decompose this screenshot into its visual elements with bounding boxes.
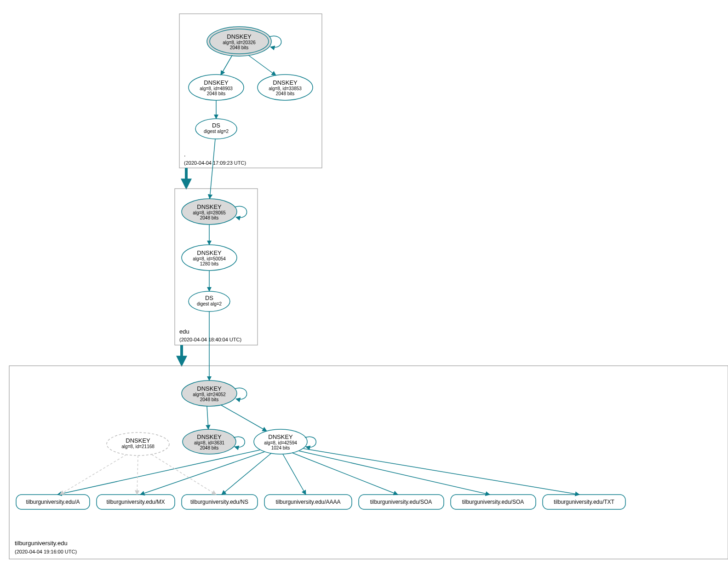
node-root-zsk2: DNSKEY alg=8, id=33853 2048 bits	[258, 75, 313, 100]
rr-ns: tilburguniversity.edu/NS	[182, 495, 258, 509]
edge	[248, 55, 276, 75]
edge	[140, 452, 264, 495]
svg-text:2048 bits: 2048 bits	[230, 45, 249, 50]
svg-text:DS: DS	[212, 122, 220, 129]
node-tu-zsk2: DNSKEY alg=8, id=42594 1024 bits	[254, 429, 316, 454]
svg-text:DNSKEY: DNSKEY	[197, 433, 222, 440]
dnssec-graph: . (2020-04-04 17:09:23 UTC) DNSKEY alg=8…	[5, 5, 728, 588]
svg-text:DNSKEY: DNSKEY	[227, 33, 252, 40]
svg-text:2048 bits: 2048 bits	[200, 397, 219, 402]
node-tu-zsk1: DNSKEY alg=8, id=3631 2048 bits	[183, 429, 245, 454]
rr-soa2: tilburguniversity.edu/SOA	[451, 495, 536, 509]
node-edu-ds: DS digest alg=2	[189, 291, 230, 311]
rr-row: tilburguniversity.edu/A tilburguniversit…	[16, 495, 625, 509]
svg-text:1024 bits: 1024 bits	[271, 445, 290, 450]
node-edu-zsk: DNSKEY alg=8, id=50054 1280 bits	[182, 245, 237, 271]
rr-a: tilburguniversity.edu/A	[16, 495, 90, 509]
rr-mx: tilburguniversity.edu/MX	[97, 495, 175, 509]
svg-text:DNSKEY: DNSKEY	[197, 203, 222, 210]
edge	[210, 139, 215, 199]
svg-rect-29	[9, 366, 728, 559]
svg-text:1280 bits: 1280 bits	[200, 261, 219, 266]
edge	[207, 406, 208, 429]
node-root-ksk: DNSKEY alg=8, id=20326 2048 bits	[207, 27, 281, 56]
svg-text:DNSKEY: DNSKEY	[197, 249, 222, 256]
svg-text:DNSKEY: DNSKEY	[197, 385, 222, 392]
svg-text:2048 bits: 2048 bits	[276, 91, 295, 96]
svg-text:DNSKEY: DNSKEY	[268, 433, 293, 440]
edge	[304, 449, 579, 495]
zone-tu-date: (2020-04-04 19:16:00 UTC)	[15, 549, 77, 554]
rr-soa1: tilburguniversity.edu/SOA	[359, 495, 444, 509]
svg-text:2048 bits: 2048 bits	[200, 445, 219, 450]
svg-text:alg=8, id=21168: alg=8, id=21168	[121, 444, 155, 449]
svg-text:alg=8, id=50054: alg=8, id=50054	[193, 256, 226, 261]
svg-text:digest alg=2: digest alg=2	[197, 301, 222, 306]
edge-dashed	[137, 455, 138, 495]
svg-text:tilburguniversity.edu/MX: tilburguniversity.edu/MX	[106, 499, 165, 505]
svg-text:DNSKEY: DNSKEY	[273, 79, 298, 86]
node-tu-old: DNSKEY alg=8, id=21168	[107, 432, 169, 455]
zone-root-date: (2020-04-04 17:09:23 UTC)	[184, 160, 246, 166]
zone-edu-date: (2020-04-04 18:40:04 UTC)	[179, 337, 241, 342]
node-root-zsk1: DNSKEY alg=8, id=48903 2048 bits	[189, 75, 244, 100]
edge-dashed	[152, 455, 216, 495]
edge	[221, 405, 267, 431]
node-tu-ksk: DNSKEY alg=8, id=24052 2048 bits	[182, 380, 247, 406]
svg-text:DNSKEY: DNSKEY	[126, 437, 150, 444]
svg-text:tilburguniversity.edu/AAAA: tilburguniversity.edu/AAAA	[275, 499, 340, 505]
zone-tu: tilburguniversity.edu (2020-04-04 19:16:…	[9, 311, 728, 559]
svg-text:alg=8, id=28065: alg=8, id=28065	[193, 210, 226, 215]
svg-text:alg=8, id=3631: alg=8, id=3631	[194, 440, 225, 445]
svg-text:tilburguniversity.edu/SOA: tilburguniversity.edu/SOA	[370, 499, 432, 505]
zone-tu-label: tilburguniversity.edu	[15, 540, 68, 547]
svg-text:alg=8, id=33853: alg=8, id=33853	[269, 86, 302, 91]
zone-root-label: .	[184, 151, 186, 158]
zone-root: . (2020-04-04 17:09:23 UTC) DNSKEY alg=8…	[179, 14, 322, 168]
edge	[222, 453, 271, 495]
edge	[221, 55, 232, 75]
svg-text:DNSKEY: DNSKEY	[204, 79, 229, 86]
svg-text:digest alg=2: digest alg=2	[204, 129, 229, 134]
svg-text:alg=8, id=20326: alg=8, id=20326	[223, 40, 256, 45]
svg-text:alg=8, id=24052: alg=8, id=24052	[193, 392, 226, 397]
node-edu-ksk: DNSKEY alg=8, id=28065 2048 bits	[182, 199, 247, 225]
rr-txt: tilburguniversity.edu/TXT	[543, 495, 625, 509]
rr-aaaa: tilburguniversity.edu/AAAA	[264, 495, 352, 509]
node-root-ds: DS digest alg=2	[195, 119, 237, 139]
svg-text:2048 bits: 2048 bits	[200, 215, 219, 220]
svg-text:tilburguniversity.edu/TXT: tilburguniversity.edu/TXT	[554, 499, 615, 505]
svg-text:alg=8, id=42594: alg=8, id=42594	[264, 440, 297, 445]
svg-text:2048 bits: 2048 bits	[207, 91, 226, 96]
svg-text:tilburguniversity.edu/NS: tilburguniversity.edu/NS	[190, 499, 248, 505]
svg-text:tilburguniversity.edu/SOA: tilburguniversity.edu/SOA	[462, 499, 524, 505]
svg-text:DS: DS	[205, 294, 213, 301]
edge	[283, 454, 306, 495]
edge	[299, 451, 490, 495]
edge-dashed	[60, 455, 126, 495]
svg-text:tilburguniversity.edu/A: tilburguniversity.edu/A	[26, 499, 80, 505]
zone-edu-label: edu	[179, 328, 189, 335]
edge	[292, 453, 398, 495]
svg-text:alg=8, id=48903: alg=8, id=48903	[200, 86, 233, 91]
